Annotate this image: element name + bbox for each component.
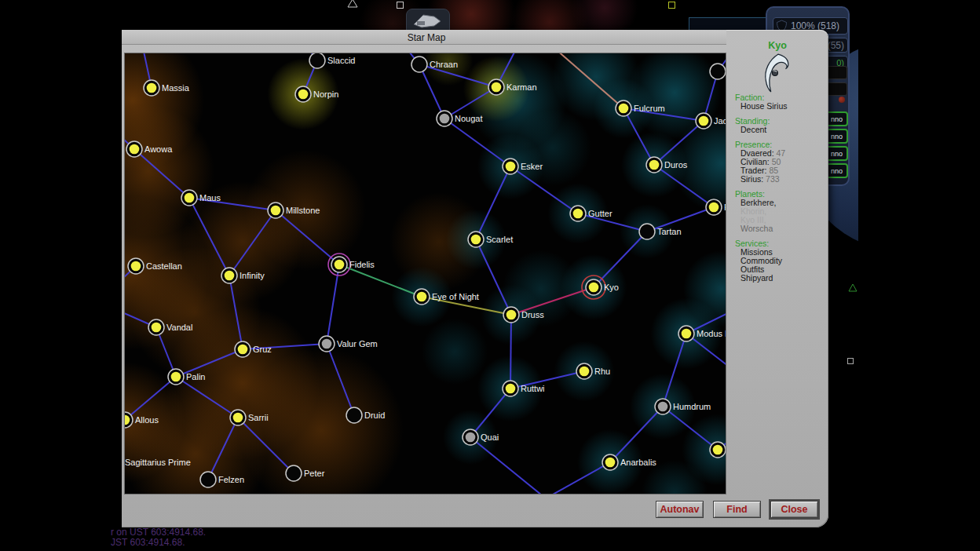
system-label-sarrii: Sarrii xyxy=(248,413,269,422)
system-label-scarlet: Scarlet xyxy=(486,235,513,244)
system-label-slaccid: Slaccid xyxy=(327,56,355,65)
dialog-title: Star Map xyxy=(122,32,731,43)
system-dot-modus[interactable] xyxy=(682,329,692,339)
system-dot-quai[interactable] xyxy=(466,432,476,443)
system-label-duros: Duros xyxy=(664,160,688,170)
jump-line xyxy=(189,198,229,276)
selected-system-name: Kyo xyxy=(730,40,825,51)
system-node-tartan[interactable] xyxy=(639,224,655,239)
system-label-chraan: Chraan xyxy=(430,60,458,69)
jump-line xyxy=(125,377,176,420)
system-dot-castellan[interactable] xyxy=(131,261,141,272)
system-info-panel: Faction: House Sirius Standing: Decent P… xyxy=(735,93,826,289)
system-dot-karman[interactable] xyxy=(492,82,502,93)
overlay-square-icon xyxy=(397,2,404,9)
system-label-ruttwi: Ruttwi xyxy=(521,384,545,393)
jump-line xyxy=(510,315,511,389)
system-label-fulcrum: Fulcrum xyxy=(634,104,665,113)
system-dot-infinity[interactable] xyxy=(225,271,235,281)
jump-line xyxy=(208,418,238,480)
system-dot-f[interactable] xyxy=(709,203,719,213)
system-dot-fulcrum[interactable] xyxy=(619,104,629,114)
system-dot-gruz[interactable] xyxy=(238,345,248,355)
system-label-valur: Valur Gem xyxy=(337,339,378,348)
system-dot-humdrum[interactable] xyxy=(658,402,668,412)
star-map-viewport[interactable]: MassiaSlaccidNorpinChraanKarmanNougatFul… xyxy=(124,53,726,494)
system-label-nougat: Nougat xyxy=(455,114,482,123)
system-dot-vandal[interactable] xyxy=(152,323,162,333)
system-label-peter: Peter xyxy=(304,469,325,478)
service-row: Shipyard xyxy=(735,274,826,283)
system-dot-gutter[interactable] xyxy=(573,209,583,219)
system-label-sagittarius: Sagittarius Prime xyxy=(125,458,191,467)
system-label-quai: Quai xyxy=(481,432,499,442)
system-label-druss: Druss xyxy=(521,310,544,319)
jump-line xyxy=(238,418,294,473)
system-dot-duros[interactable] xyxy=(649,160,660,170)
system-label-massia: Massia xyxy=(162,83,190,93)
system-dot-rhu[interactable] xyxy=(580,367,590,377)
find-button[interactable]: Find xyxy=(713,501,761,518)
service-list: MissionsCommodityOutfitsShipyard xyxy=(735,248,826,283)
system-label-norpin: Norpin xyxy=(313,89,338,99)
jump-line xyxy=(654,121,704,165)
hud-indicator-dot xyxy=(839,97,845,103)
jump-line xyxy=(419,64,444,119)
standing-section: Standing: Decent xyxy=(735,117,826,134)
system-label-esker: Esker xyxy=(521,162,543,171)
system-dot-ruttwi[interactable] xyxy=(506,384,516,394)
system-node-ne-circle[interactable] xyxy=(710,64,726,79)
letterbox-left xyxy=(0,0,110,551)
system-node-peter[interactable] xyxy=(286,465,302,481)
system-label-gutter: Gutter xyxy=(588,209,612,218)
close-button[interactable]: Close xyxy=(770,501,818,518)
system-label-tartan: Tartan xyxy=(657,227,682,236)
system-label-vandal: Vandal xyxy=(166,323,192,332)
system-dot-jack[interactable] xyxy=(699,116,709,126)
system-node-chraan[interactable] xyxy=(411,57,427,72)
system-node-felzen[interactable] xyxy=(200,472,216,487)
system-label-fidelis: Fidelis xyxy=(349,260,375,269)
system-dot-nougat[interactable] xyxy=(440,114,450,124)
presence-section: Presence: Dvaered: 47Civilian: 50Trader:… xyxy=(735,140,826,184)
system-dot-fidelis[interactable] xyxy=(335,260,345,270)
system-dot-norpin[interactable] xyxy=(298,89,309,100)
system-node-druid[interactable] xyxy=(346,407,362,423)
system-dot-millstone[interactable] xyxy=(271,206,281,216)
target-ship-icon xyxy=(411,12,445,31)
jump-line xyxy=(176,377,238,418)
planet-list: Berkhere,Khorin,Kyo III,Worscha xyxy=(735,199,826,233)
jump-line xyxy=(134,149,189,198)
overlay-square-green-icon xyxy=(668,2,675,9)
jump-line xyxy=(229,210,276,276)
message-log: r on UST 603:4914.68.JST 603:4914.68. xyxy=(111,527,206,548)
system-dot-esker[interactable] xyxy=(506,162,516,172)
system-label-millstone: Millstone xyxy=(286,206,320,215)
system-label-awowa: Awowa xyxy=(144,144,173,154)
jump-line xyxy=(476,166,510,239)
system-dot-eye[interactable] xyxy=(417,292,427,302)
autonav-button[interactable]: Autonav xyxy=(656,501,704,518)
letterbox-right xyxy=(858,0,980,551)
system-dot-anarbalis[interactable] xyxy=(605,458,616,468)
services-section: Services: MissionsCommodityOutfitsShipya… xyxy=(735,239,826,283)
system-node-slaccid[interactable] xyxy=(309,53,325,68)
system-dot-palin[interactable] xyxy=(171,372,181,382)
system-dot-scarlet[interactable] xyxy=(471,235,481,245)
star-map-svg[interactable]: MassiaSlaccidNorpinChraanKarmanNougatFul… xyxy=(125,53,726,494)
system-label-gruz: Gruz xyxy=(253,345,272,354)
system-dot-sarrii[interactable] xyxy=(233,413,243,423)
system-dot-massia[interactable] xyxy=(147,83,157,93)
system-dot-awowa[interactable] xyxy=(130,144,140,155)
system-dot-se-node[interactable] xyxy=(713,445,723,455)
jump-line xyxy=(327,265,339,344)
system-label-maus: Maus xyxy=(199,193,221,203)
jump-line xyxy=(510,166,578,213)
system-dot-valur[interactable] xyxy=(322,339,332,349)
faction-section: Faction: House Sirius xyxy=(735,93,826,111)
system-label-rhu: Rhu xyxy=(594,367,610,376)
jump-line xyxy=(556,53,623,108)
system-dot-kyo[interactable] xyxy=(589,283,599,293)
system-dot-maus[interactable] xyxy=(185,193,195,203)
system-dot-druss[interactable] xyxy=(506,310,517,320)
